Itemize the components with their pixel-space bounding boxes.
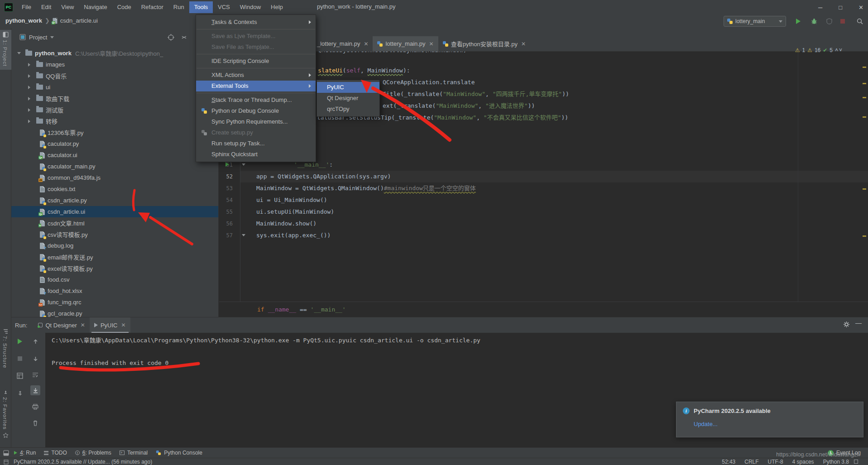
tree-item-caculator-main-py[interactable]: caculator_main.py — [11, 161, 218, 172]
toolwindow-button-terminal[interactable]: >Terminal — [115, 448, 152, 458]
submenu-item-qrctopy[interactable]: qrcTOpy — [317, 104, 379, 115]
close-tab-icon[interactable]: ✕ — [429, 41, 434, 47]
tree-item-excel读写模板-py[interactable]: excel读写模板.py — [11, 263, 218, 274]
chevron-right-icon[interactable] — [28, 108, 30, 112]
menu-item-save-file-as-template[interactable]: Save File as Template... — [196, 42, 316, 53]
warning-stripe-mark[interactable] — [863, 116, 866, 118]
tree-item-common-d9439fa-js[interactable]: JScommon_d9439fa.js — [11, 172, 218, 183]
tree-item-qq音乐[interactable]: QQ音乐 — [11, 70, 218, 81]
tree-item-email邮件发送-py[interactable]: email邮件发送.py — [11, 251, 218, 263]
close-tab-icon[interactable]: ✕ — [81, 322, 85, 328]
chevron-right-icon[interactable] — [28, 120, 30, 123]
stop-process-button[interactable] — [15, 354, 25, 364]
status-widget-python-3-8[interactable]: Python 3.8 — [823, 459, 849, 465]
chevron-down-icon[interactable] — [17, 52, 21, 54]
status-widget-utf-8[interactable]: UTF-8 — [768, 459, 783, 465]
run-button[interactable] — [794, 17, 802, 25]
run-line-icon[interactable] — [225, 162, 229, 167]
tree-item-food-hot-xlsx[interactable]: ?food_hot.xlsx — [11, 285, 218, 297]
search-everywhere-icon[interactable] — [856, 17, 864, 25]
menu-refactor[interactable]: Refactor — [136, 1, 168, 13]
chevron-right-icon[interactable] — [28, 74, 30, 78]
menu-vcs[interactable]: VCS — [213, 1, 235, 13]
pin-tab-icon[interactable] — [15, 388, 25, 398]
collapse-all-icon[interactable] — [181, 34, 187, 41]
menu-item-save-as-live-template[interactable]: Save as Live Template... — [196, 31, 316, 42]
toolwindow-toggle-icon[interactable] — [3, 450, 9, 456]
tree-item-debug-log[interactable]: ?debug.log — [11, 240, 218, 251]
settings-gear-icon[interactable] — [843, 321, 850, 328]
run-tab-pyuic[interactable]: PyUIC✕ — [90, 317, 130, 333]
tree-item-csdn-article-py[interactable]: csdn_article.py — [11, 195, 218, 206]
tree-item-python-work[interactable]: python_workC:\Users\章魏康\Desktop\python_ — [11, 48, 218, 59]
menu-help[interactable]: Help — [266, 1, 288, 13]
minimize-tool-window-icon[interactable]: — — [855, 319, 862, 326]
sidebar-item-structure[interactable]: 7: Structure — [2, 336, 8, 368]
inspection-widget[interactable]: ⚠1⚠16✔5˄˅ — [795, 47, 843, 53]
warning-stripe-mark[interactable] — [863, 97, 866, 98]
status-widget-crlf[interactable]: CRLF — [744, 459, 758, 465]
toolwindow-button-todo[interactable]: TODO — [40, 448, 71, 458]
close-tab-icon[interactable]: ✕ — [121, 322, 125, 328]
menu-navigate[interactable]: Navigate — [79, 1, 112, 13]
menu-item-xml-actions[interactable]: XML Actions — [196, 70, 316, 81]
menu-view[interactable]: View — [56, 1, 79, 13]
debug-button[interactable] — [810, 17, 818, 25]
close-tab-icon[interactable]: ✕ — [364, 41, 368, 47]
menu-item-tasks-contexts[interactable]: Tasks & Contexts — [196, 17, 316, 28]
chevron-right-icon[interactable] — [28, 86, 30, 89]
maximize-icon[interactable]: □ — [839, 4, 842, 11]
restore-layout-icon[interactable] — [15, 371, 25, 381]
sidebar-item-project[interactable]: 1: Project — [2, 40, 8, 67]
tree-item-csdn文章-html[interactable]: Hcsdn文章.html — [11, 217, 218, 229]
menu-run[interactable]: Run — [168, 1, 189, 13]
tree-item-csv读写模板-py[interactable]: csv读写模板.py — [11, 229, 218, 240]
menu-edit[interactable]: Edit — [36, 1, 56, 13]
project-panel-title[interactable]: Project — [29, 34, 47, 41]
warning-stripe-mark[interactable] — [863, 188, 866, 190]
close-tab-icon[interactable]: ✕ — [521, 41, 526, 47]
chevron-right-icon[interactable] — [28, 97, 30, 101]
breadcrumb-file[interactable]: csdn_article.ui — [60, 17, 98, 24]
down-stack-trace-icon[interactable] — [30, 354, 40, 364]
menu-item-python-or-debug-console[interactable]: Python or Debug Console — [196, 105, 316, 116]
menu-file[interactable]: File — [17, 1, 36, 13]
fold-marker-icon[interactable] — [242, 163, 245, 166]
toolwindow-button-6-problems[interactable]: !6: Problems — [71, 448, 115, 458]
status-lock-icon[interactable] — [854, 460, 858, 464]
warning-stripe-mark[interactable] — [863, 235, 866, 237]
close-icon[interactable]: ✕ — [858, 4, 863, 11]
menu-window[interactable]: Window — [235, 1, 266, 13]
warning-stripe-mark[interactable] — [863, 83, 866, 84]
update-link[interactable]: Update... — [694, 421, 857, 427]
submenu-item-pyuic[interactable]: PyUIC — [317, 82, 379, 93]
toolwindow-button-4-run[interactable]: 4: Run — [10, 448, 40, 458]
editor-tab-查看python安装根目录-py[interactable]: 查看python安装根目录.py✕ — [438, 36, 530, 51]
scroll-to-end-icon[interactable] — [30, 385, 40, 395]
chevron-right-icon[interactable] — [28, 63, 30, 67]
tree-item-csdn-article-ui[interactable]: Qtcsdn_article.ui — [11, 206, 218, 217]
status-toolwindow-icon[interactable] — [4, 460, 9, 465]
tree-item-caculator-py[interactable]: caculator.py — [11, 138, 218, 149]
tree-item-转移[interactable]: 转移 — [11, 115, 218, 127]
menu-item-sphinx-quickstart[interactable]: Sphinx Quickstart — [196, 149, 316, 160]
run-configuration-select[interactable]: lottery_main — [724, 16, 786, 27]
clear-all-icon[interactable] — [30, 418, 40, 428]
menu-item-stack-trace-or-thread-dump[interactable]: Stack Trace or Thread Dump... — [196, 95, 316, 105]
tree-item-images[interactable]: images — [11, 59, 218, 70]
print-icon[interactable] — [30, 402, 40, 412]
locate-file-icon[interactable] — [168, 34, 174, 41]
menu-item-ide-scripting-console[interactable]: IDE Scripting Console — [196, 56, 316, 67]
tree-item-歌曲下载[interactable]: 歌曲下载 — [11, 93, 218, 104]
menu-item-sync-python-requirements[interactable]: Sync Python Requirements... — [196, 116, 316, 127]
rerun-button[interactable] — [15, 336, 25, 346]
up-stack-trace-icon[interactable] — [30, 336, 40, 346]
run-tab-qt-designer[interactable]: Qt Designer✕ — [34, 317, 89, 333]
fold-marker-icon[interactable] — [242, 234, 245, 236]
soft-wrap-icon[interactable] — [30, 370, 40, 380]
tree-item-gcl-oracle-py[interactable]: gcl_oracle.py — [11, 308, 218, 317]
toolwindow-button-python-console[interactable]: Python Console — [152, 448, 206, 458]
tree-item-food-csv[interactable]: food.csv — [11, 274, 218, 285]
breadcrumb-project[interactable]: python_work — [5, 17, 42, 24]
tree-item-ui[interactable]: ui — [11, 81, 218, 93]
